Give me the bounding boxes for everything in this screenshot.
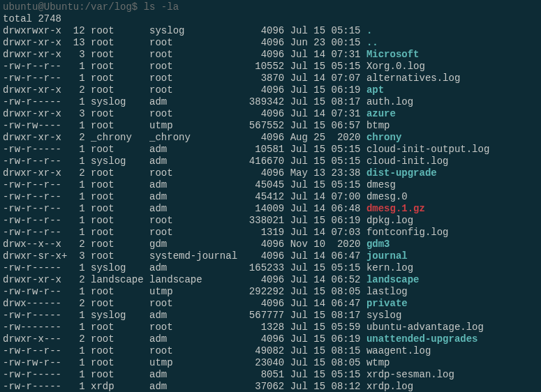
listing-meta: -rw------- 1 root root 1328 Jul 15 05:59 <box>3 322 366 333</box>
listing-row: drwxr-x--- 2 root adm 4096 Jul 15 06:19 … <box>3 333 538 345</box>
listing-row: drwxrwxr-x 12 root syslog 4096 Jul 15 05… <box>3 25 538 37</box>
listing-row: drwxr-xr-x 2 root root 4096 Jul 15 06:19… <box>3 84 538 96</box>
listing-row: -rw-r----- 1 syslog adm 165233 Jul 15 05… <box>3 262 538 274</box>
listing-name: Xorg.0.log <box>366 61 425 72</box>
listing-row: drwxr-xr-x 2 landscape landscape 4096 Ju… <box>3 274 538 286</box>
listing-name: . <box>366 25 372 36</box>
listing-meta: drwxr-xr-x 13 root root 4096 Jun 23 00:1… <box>3 37 366 48</box>
listing-meta: drwxr-xr-x 2 root root 4096 May 13 23:38 <box>3 167 366 179</box>
listing-name: private <box>366 298 408 309</box>
listing-row: drwx--x--x 2 root gdm 4096 Nov 10 2020 g… <box>3 239 538 250</box>
listing-row: -rw-r----- 1 root adm 8051 Jul 15 05:15 … <box>3 369 538 381</box>
shell-command: ls -la <box>144 1 179 13</box>
listing-name: unattended-upgrades <box>366 333 478 345</box>
listing-name: auth.log <box>366 96 413 107</box>
listing-row: drwxr-xr-x 3 root root 4096 Jul 14 07:31… <box>3 49 538 61</box>
listing-row: -rw-r----- 1 syslog adm 389342 Jul 15 08… <box>3 96 538 108</box>
listing-meta: -rw-r----- 1 xrdp adm 37062 Jul 15 08:12 <box>3 381 366 392</box>
listing-meta: drwxr-xr-x 2 _chrony _chrony 4096 Aug 25… <box>3 132 366 143</box>
listing-meta: -rw-r--r-- 1 syslog adm 416670 Jul 15 05… <box>3 156 366 167</box>
listing-name: kern.log <box>366 262 413 273</box>
listing-name: dist-upgrade <box>366 167 437 179</box>
listing-name: chrony <box>366 132 401 143</box>
listing-meta: -rw-r--r-- 1 root adm 45412 Jul 14 07:00 <box>3 191 366 202</box>
listing-row: -rw-r----- 1 xrdp adm 37062 Jul 15 08:12… <box>3 381 538 392</box>
listing-name: dmesg.1.gz <box>366 203 425 214</box>
listing-name: azure <box>366 108 396 119</box>
listing-meta: -rw-r----- 1 root adm 8051 Jul 15 05:15 <box>3 369 366 380</box>
listing-meta: drwxr-xr-x 2 root root 4096 Jul 15 06:19 <box>3 84 366 96</box>
listing-row: -rw-rw---- 1 root utmp 567552 Jul 15 06:… <box>3 120 538 132</box>
listing-name: waagent.log <box>366 345 431 356</box>
listing-name: lastlog <box>366 286 408 297</box>
listing-meta: drwxr-xr-x 2 landscape landscape 4096 Ju… <box>3 274 366 285</box>
listing-meta: -rw-rw-r-- 1 root utmp 292292 Jul 15 08:… <box>3 286 366 297</box>
listing-name: wtmp <box>366 357 390 368</box>
listing-meta: -rw-r--r-- 1 root adm 14009 Jul 14 06:48 <box>3 203 366 214</box>
listing-name: dmesg.0 <box>366 191 408 202</box>
listing-meta: -rw-r--r-- 1 root root 10552 Jul 15 05:1… <box>3 61 366 72</box>
listing-meta: drwxr-xr-x 3 root root 4096 Jul 14 07:31 <box>3 49 366 60</box>
listing-name: dpkg.log <box>366 215 413 226</box>
listing-name: cloud-init.log <box>366 156 449 167</box>
listing-name: xrdp-sesman.log <box>366 369 454 380</box>
listing-meta: -rw-r----- 1 syslog adm 567777 Jul 15 08… <box>3 310 366 321</box>
listing-row: drwx------ 2 root root 4096 Jul 14 06:47… <box>3 298 538 310</box>
listing-meta: -rw-rw-r-- 1 root utmp 23040 Jul 15 08:0… <box>3 357 366 368</box>
listing-name: cloud-init-output.log <box>366 144 489 155</box>
listing-name: .. <box>366 37 378 48</box>
listing-name: fontconfig.log <box>366 227 449 238</box>
listing-meta: -rw-r--r-- 1 root root 338021 Jul 15 06:… <box>3 215 366 226</box>
listing-row: drwxr-sr-x+ 3 root systemd-journal 4096 … <box>3 250 538 262</box>
listing-row: -rw-r----- 1 syslog adm 567777 Jul 15 08… <box>3 310 538 322</box>
listing-name: landscape <box>366 274 420 285</box>
total-line: total 2748 <box>3 13 538 25</box>
shell-prompt-line: ubuntu@Ubuntu:/var/log$ ls -la <box>3 1 538 13</box>
listing-row: drwxr-xr-x 3 root root 4096 Jul 14 07:31… <box>3 108 538 120</box>
listing-row: -rw-r--r-- 1 syslog adm 416670 Jul 15 05… <box>3 156 538 167</box>
listing-name: xrdp.log <box>366 381 413 392</box>
shell-prompt: ubuntu@Ubuntu:/var/log$ <box>3 1 144 13</box>
listing-row: -rw------- 1 root root 1328 Jul 15 05:59… <box>3 322 538 333</box>
listing-name: btmp <box>366 120 390 131</box>
listing-row: drwxr-xr-x 2 root root 4096 May 13 23:38… <box>3 167 538 179</box>
listing-meta: -rw-r--r-- 1 root root 3870 Jul 14 07:07 <box>3 73 366 84</box>
listing-meta: drwx--x--x 2 root gdm 4096 Nov 10 2020 <box>3 239 366 250</box>
listing-row: -rw-r--r-- 1 root root 10552 Jul 15 05:1… <box>3 61 538 73</box>
listing-name: ubuntu-advantage.log <box>366 322 484 333</box>
listing-meta: -rw-r----- 1 root adm 10581 Jul 15 05:15 <box>3 144 366 155</box>
listing-row: -rw-r--r-- 1 root adm 45045 Jul 15 05:15… <box>3 179 538 191</box>
listing-name: alternatives.log <box>366 73 460 84</box>
listing-meta: drwxrwxr-x 12 root syslog 4096 Jul 15 05… <box>3 25 366 36</box>
listing-row: -rw-r--r-- 1 root root 1319 Jul 14 07:03… <box>3 227 538 239</box>
listing-name: journal <box>366 250 408 262</box>
listing-meta: -rw-r--r-- 1 root root 1319 Jul 14 07:03 <box>3 227 366 238</box>
listing-name: dmesg <box>366 179 396 190</box>
listing-meta: -rw-r--r-- 1 root adm 45045 Jul 15 05:15 <box>3 179 366 190</box>
listing-name: apt <box>366 84 384 96</box>
listing-row: -rw-r--r-- 1 root root 3870 Jul 14 07:07… <box>3 73 538 84</box>
listing-row: drwxr-xr-x 2 _chrony _chrony 4096 Aug 25… <box>3 132 538 144</box>
listing-meta: drwx------ 2 root root 4096 Jul 14 06:47 <box>3 298 366 309</box>
listing-row: -rw-rw-r-- 1 root utmp 23040 Jul 15 08:0… <box>3 357 538 369</box>
listing-name: Microsoft <box>366 49 420 60</box>
listing-meta: drwxr-x--- 2 root adm 4096 Jul 15 06:19 <box>3 333 366 345</box>
directory-listing: drwxrwxr-x 12 root syslog 4096 Jul 15 05… <box>3 25 538 392</box>
listing-meta: -rw-rw---- 1 root utmp 567552 Jul 15 06:… <box>3 120 366 131</box>
listing-meta: -rw-r----- 1 syslog adm 165233 Jul 15 05… <box>3 262 366 273</box>
listing-meta: -rw-r--r-- 1 root root 49082 Jul 15 08:1… <box>3 345 366 356</box>
listing-row: -rw-rw-r-- 1 root utmp 292292 Jul 15 08:… <box>3 286 538 298</box>
terminal-output: ubuntu@Ubuntu:/var/log$ ls -la total 274… <box>3 1 538 392</box>
listing-row: -rw-r--r-- 1 root adm 45412 Jul 14 07:00… <box>3 191 538 203</box>
listing-row: -rw-r--r-- 1 root adm 14009 Jul 14 06:48… <box>3 203 538 215</box>
listing-meta: drwxr-sr-x+ 3 root systemd-journal 4096 … <box>3 250 366 262</box>
listing-row: drwxr-xr-x 13 root root 4096 Jun 23 00:1… <box>3 37 538 49</box>
listing-row: -rw-r--r-- 1 root root 49082 Jul 15 08:1… <box>3 345 538 357</box>
listing-row: -rw-r--r-- 1 root root 338021 Jul 15 06:… <box>3 215 538 227</box>
listing-name: gdm3 <box>366 239 390 250</box>
listing-meta: -rw-r----- 1 syslog adm 389342 Jul 15 08… <box>3 96 366 107</box>
listing-name: syslog <box>366 310 401 321</box>
listing-meta: drwxr-xr-x 3 root root 4096 Jul 14 07:31 <box>3 108 366 119</box>
listing-row: -rw-r----- 1 root adm 10581 Jul 15 05:15… <box>3 144 538 156</box>
